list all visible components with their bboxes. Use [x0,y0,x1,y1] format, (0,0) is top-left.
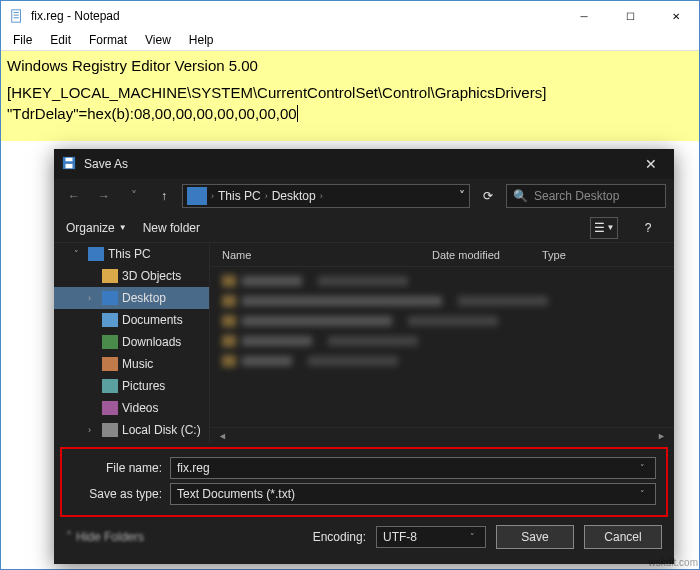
tree-videos[interactable]: Videos [54,397,209,419]
downloads-icon [102,335,118,349]
dialog-close-button[interactable]: ✕ [628,149,674,179]
save-icon [62,156,78,172]
text-line-2: [HKEY_LOCAL_MACHINE\SYSTEM\CurrentContro… [7,82,693,103]
videos-icon [102,401,118,415]
dialog-titlebar: Save As ✕ [54,149,674,179]
chevron-right-icon: › [265,191,268,201]
chevron-right-icon: › [211,191,214,201]
notepad-icon [9,8,25,24]
list-item[interactable] [222,291,674,311]
minimize-button[interactable]: ─ [561,1,607,31]
pc-icon [187,187,207,205]
notepad-text-area[interactable]: Windows Registry Editor Version 5.00 [HK… [1,51,699,141]
search-input[interactable]: 🔍 Search Desktop [506,184,666,208]
list-header: Name Date modified Type [210,243,674,267]
filename-label: File name: [72,461,162,475]
save-fields-highlighted: File name: fix.reg ˅ Save as type: Text … [60,447,668,517]
list-item[interactable] [222,351,674,371]
saveastype-dropdown[interactable]: Text Documents (*.txt) ˅ [170,483,656,505]
dialog-title: Save As [84,157,628,171]
pc-icon [88,247,104,261]
svg-rect-6 [66,164,73,168]
save-button[interactable]: Save [496,525,574,549]
nav-forward-button[interactable]: → [92,184,116,208]
saveastype-row: Save as type: Text Documents (*.txt) ˅ [72,481,656,507]
menu-edit[interactable]: Edit [42,31,79,50]
encoding-label: Encoding: [313,530,366,544]
menu-format[interactable]: Format [81,31,135,50]
tree-local-disk[interactable]: ›Local Disk (C:) [54,419,209,441]
tree-desktop[interactable]: ›Desktop [54,287,209,309]
chevron-down-icon[interactable]: ˅ [459,189,465,203]
chevron-up-icon: ˄ [66,530,72,544]
scroll-right-icon[interactable]: ► [657,431,666,441]
breadcrumb-this-pc[interactable]: This PC [218,189,261,203]
scroll-left-icon[interactable]: ◄ [218,431,227,441]
dialog-toolbar: Organize ▼ New folder ☰▼ ? [54,213,674,243]
tree-pictures[interactable]: Pictures [54,375,209,397]
nav-up-button[interactable]: ↑ [152,184,176,208]
close-button[interactable]: ✕ [653,1,699,31]
text-line-3: "TdrDelay"=hex(b):08,00,00,00,00,00,00,0… [7,105,297,122]
chevron-down-icon: ▼ [119,223,127,232]
menu-help[interactable]: Help [181,31,222,50]
list-item[interactable] [222,271,674,291]
svg-rect-5 [66,158,73,162]
refresh-button[interactable]: ⟳ [476,184,500,208]
help-icon: ? [645,221,652,235]
menu-view[interactable]: View [137,31,179,50]
horizontal-scrollbar[interactable]: ◄ ► [210,427,674,443]
nav-back-button[interactable]: ← [62,184,86,208]
chevron-right-icon: › [88,425,98,435]
tree-dvd-drive[interactable]: DVD RW Drive [54,441,209,443]
maximize-button[interactable]: ☐ [607,1,653,31]
text-cursor [297,105,298,122]
list-item[interactable] [222,331,674,351]
view-icon: ☰ [594,221,605,235]
chevron-down-icon[interactable]: ˅ [465,532,479,542]
chevron-right-icon: › [88,293,98,303]
chevron-down-icon[interactable]: ˅ [635,489,649,499]
view-options-button[interactable]: ☰▼ [590,217,618,239]
tree-music[interactable]: Music [54,353,209,375]
nav-bar: ← → ˅ ↑ › This PC › Desktop › ˅ ⟳ 🔍 Sear… [54,179,674,213]
cancel-button[interactable]: Cancel [584,525,662,549]
organize-button[interactable]: Organize ▼ [66,221,127,235]
desktop-icon [102,291,118,305]
menu-file[interactable]: File [5,31,40,50]
text-line-1: Windows Registry Editor Version 5.00 [7,55,693,76]
help-button[interactable]: ? [634,217,662,239]
column-date[interactable]: Date modified [432,243,542,266]
dialog-body: ˅This PC 3D Objects ›Desktop Documents D… [54,243,674,443]
column-type[interactable]: Type [542,243,674,266]
column-name[interactable]: Name [222,243,432,266]
search-icon: 🔍 [513,189,528,203]
chevron-down-icon[interactable]: ˅ [635,463,649,473]
notepad-title: fix.reg - Notepad [31,9,561,23]
dialog-footer: ˄ Hide Folders Encoding: UTF-8 ˅ Save Ca… [54,517,674,557]
window-controls: ─ ☐ ✕ [561,1,699,31]
nav-recent-button[interactable]: ˅ [122,184,146,208]
tree-3d-objects[interactable]: 3D Objects [54,265,209,287]
breadcrumb-desktop[interactable]: Desktop [272,189,316,203]
svg-rect-0 [12,10,21,22]
tree-this-pc[interactable]: ˅This PC [54,243,209,265]
pictures-icon [102,379,118,393]
encoding-dropdown[interactable]: UTF-8 ˅ [376,526,486,548]
tree-documents[interactable]: Documents [54,309,209,331]
chevron-right-icon: › [320,191,323,201]
filename-input[interactable]: fix.reg ˅ [170,457,656,479]
folder-tree: ˅This PC 3D Objects ›Desktop Documents D… [54,243,210,443]
notepad-menubar: File Edit Format View Help [1,31,699,51]
music-icon [102,357,118,371]
hide-folders-button[interactable]: ˄ Hide Folders [66,530,144,544]
file-rows [210,267,674,427]
list-item[interactable] [222,311,674,331]
new-folder-button[interactable]: New folder [143,221,200,235]
save-as-dialog: Save As ✕ ← → ˅ ↑ › This PC › Desktop › … [54,149,674,564]
tree-downloads[interactable]: Downloads [54,331,209,353]
file-list: Name Date modified Type ◄ ► [210,243,674,443]
breadcrumb[interactable]: › This PC › Desktop › ˅ [182,184,470,208]
search-placeholder: Search Desktop [534,189,619,203]
disk-icon [102,423,118,437]
